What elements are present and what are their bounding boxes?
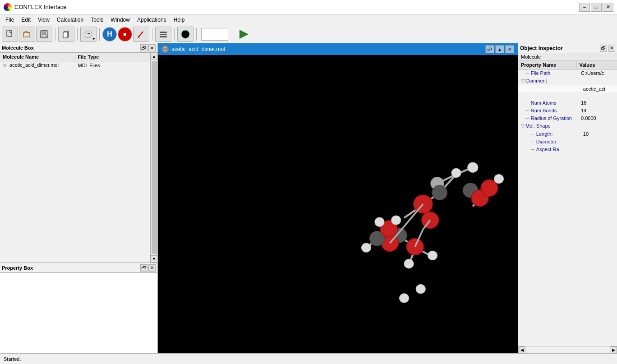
toolbar-sep-7 [233, 28, 233, 41]
menu-bar: File Edit View Calculation Tools Window … [0, 14, 617, 25]
inspector-row-diameter[interactable]: ─Diameter: [518, 138, 617, 146]
toolbar-select-btn[interactable]: ⚗ ▼ [80, 27, 97, 42]
menu-file[interactable]: File [2, 16, 18, 24]
toolbar-new-btn[interactable] [2, 27, 18, 42]
scroll-right-arrow[interactable]: ▶ [610, 346, 617, 354]
svg-rect-1 [23, 32, 30, 37]
menu-calculation[interactable]: Calculation [53, 16, 87, 24]
inspector-row-filepath[interactable]: ─File Path C:/Users/c [518, 69, 617, 77]
minimize-button[interactable]: − [579, 3, 590, 12]
inspector-controls: 🗗 ✕ [600, 45, 615, 52]
molecule-scrollbar-v[interactable]: ▲ ▼ [150, 53, 157, 263]
toolbar-list-btn[interactable] [155, 27, 171, 42]
inspector-row-numbonds[interactable]: ─Num Bonds 14 [518, 107, 617, 115]
menu-applications[interactable]: Applications [134, 16, 170, 24]
inspector-header: Object Inspector 🗗 ✕ [518, 43, 617, 53]
inspector-length-label: ─Length: [518, 130, 580, 138]
property-box-content [0, 273, 157, 353]
inspector-radius-label: ─Radius of Gyration [518, 115, 578, 122]
inspector-row-aspectratio[interactable]: ─Aspect Ra [518, 146, 617, 153]
svg-point-60 [400, 294, 409, 303]
inspector-empty-2 [576, 95, 617, 97]
toolbar-save-btn[interactable] [36, 27, 52, 42]
toolbar-hydrogen-btn[interactable]: H [102, 27, 117, 41]
toolbar: ⚗ ▼ H [0, 25, 617, 43]
property-box-header: Property Box 🗗 ✕ [0, 263, 157, 273]
scroll-thumb[interactable] [152, 61, 157, 254]
inspector-row-comment-val[interactable]: ─ acetic_aci [518, 85, 617, 93]
viewer-close-btn[interactable]: ✕ [505, 45, 514, 53]
inspector-section: Molecule [518, 53, 617, 61]
svg-rect-3 [42, 31, 46, 33]
inspector-restore-btn[interactable]: 🗗 [600, 45, 607, 52]
toolbar-pencil-btn[interactable] [133, 27, 149, 42]
molecule-box-close-btn[interactable]: ✕ [148, 44, 156, 51]
menu-edit[interactable]: Edit [18, 16, 34, 24]
molecule-table: Molecule Name File Type ▷ acetic_acid_di… [0, 53, 150, 263]
menu-tools[interactable]: Tools [87, 16, 107, 24]
viewer-up-btn[interactable]: ▲ [495, 45, 504, 53]
svg-point-54 [362, 243, 371, 252]
menu-window[interactable]: Window [107, 16, 134, 24]
molecule-canvas[interactable] [158, 55, 518, 353]
svg-rect-6 [63, 32, 68, 38]
svg-point-32 [432, 185, 447, 200]
toolbar-input [201, 28, 228, 41]
scroll-up-arrow[interactable]: ▲ [151, 53, 158, 60]
menu-view[interactable]: View [34, 16, 53, 24]
inspector-numbonds-value: 14 [578, 107, 617, 114]
inspector-row-numatoms[interactable]: ─Num Atoms 16 [518, 99, 617, 107]
inspector-diameter-label: ─Diameter: [518, 138, 580, 145]
toolbar-stop-btn[interactable] [118, 27, 132, 41]
app-title: CONFLEX Interface [14, 4, 67, 10]
inspector-numatoms-label: ─Num Atoms [518, 99, 578, 106]
inspector-filepath-value: C:/Users/c [578, 69, 617, 77]
viewer-tab: C acetic_acid_dimer.mol [161, 46, 225, 53]
inspector-radius-value: 0.0000 [578, 115, 617, 122]
toolbar-sphere-btn[interactable] [177, 27, 193, 42]
title-bar: CONFLEX Interface − □ ✕ [0, 0, 617, 14]
svg-point-38 [494, 174, 504, 183]
svg-point-58 [375, 217, 384, 226]
inspector-row-molshape[interactable]: ▽Mol. Shape [518, 122, 617, 130]
inspector-close-btn[interactable]: ✕ [608, 45, 615, 52]
status-text: Started. [4, 356, 21, 362]
maximize-button[interactable]: □ [591, 3, 602, 12]
property-box-close-btn[interactable]: ✕ [148, 264, 156, 272]
molecule-box-header: Molecule Box 🗗 ✕ [0, 43, 157, 53]
svg-rect-14 [160, 34, 167, 35]
inspector-row-radius[interactable]: ─Radius of Gyration 0.0000 [518, 115, 617, 122]
scroll-left-arrow[interactable]: ◀ [518, 346, 525, 354]
property-box-restore-btn[interactable]: 🗗 [140, 264, 147, 272]
scroll-down-arrow[interactable]: ▼ [151, 255, 158, 263]
main-layout: Molecule Box 🗗 ✕ Molecule Name File Type… [0, 43, 617, 353]
property-box: Property Box 🗗 ✕ [0, 263, 157, 353]
toolbar-copy-btn[interactable] [58, 27, 74, 42]
molecule-box-restore-btn[interactable]: 🗗 [140, 44, 147, 51]
inspector-diameter-value [580, 141, 617, 143]
app-icon [4, 3, 12, 11]
svg-marker-12 [138, 37, 139, 38]
inspector-filepath-label: ─File Path [518, 69, 578, 77]
left-panel: Molecule Box 🗗 ✕ Molecule Name File Type… [0, 43, 158, 353]
inspector-col-values: Values [576, 61, 617, 69]
viewer-restore-btn[interactable]: 🗗 [485, 45, 494, 53]
molecule-row[interactable]: ▷ acetic_acid_dimer.mol MDL Files [0, 61, 150, 69]
menu-help[interactable]: Help [170, 16, 189, 24]
inspector-row-comment[interactable]: ▽Comment [518, 77, 617, 85]
toolbar-sep-3 [99, 28, 100, 41]
inspector-row-length[interactable]: ─Length: 10 [518, 130, 617, 138]
inspector-length-value: 10 [580, 130, 617, 138]
svg-point-59 [416, 284, 425, 293]
toolbar-play-btn[interactable] [236, 27, 252, 42]
toolbar-sep-5 [174, 28, 175, 41]
molecule-box: Molecule Box 🗗 ✕ Molecule Name File Type… [0, 43, 157, 263]
close-button[interactable]: ✕ [603, 3, 613, 12]
svg-text:⚗: ⚗ [87, 32, 91, 37]
center-panel: C acetic_acid_dimer.mol 🗗 ▲ ✕ [158, 43, 518, 353]
svg-marker-18 [239, 30, 249, 39]
inspector-aspectratio-label: ─Aspect Ra [518, 146, 580, 153]
toolbar-open-btn[interactable] [19, 27, 35, 42]
inspector-molshape-value [576, 125, 617, 127]
inspector-title: Object Inspector [520, 45, 563, 51]
